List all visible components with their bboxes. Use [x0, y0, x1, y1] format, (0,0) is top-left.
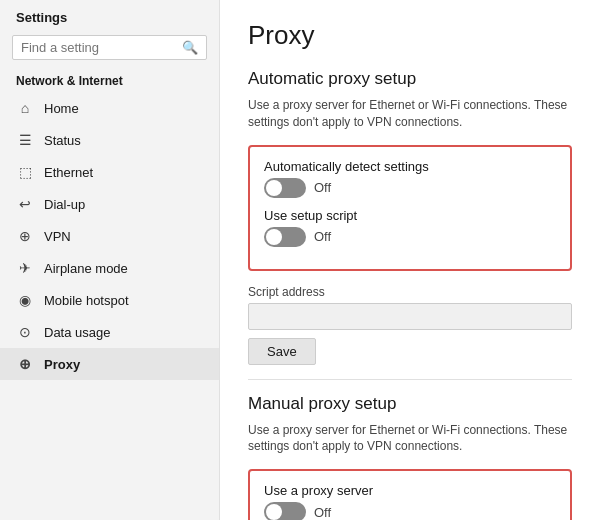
proxy-icon: ⊕ [16, 355, 34, 373]
use-proxy-toggle[interactable] [264, 502, 306, 520]
sidebar-item-dialup[interactable]: ↩ Dial-up [0, 188, 219, 220]
status-icon: ☰ [16, 131, 34, 149]
sidebar-item-hotspot-label: Mobile hotspot [44, 293, 129, 308]
sidebar-item-hotspot[interactable]: ◉ Mobile hotspot [0, 284, 219, 316]
script-address-input[interactable] [248, 303, 572, 330]
setup-script-toggle[interactable] [264, 227, 306, 247]
sidebar-item-vpn[interactable]: ⊕ VPN [0, 220, 219, 252]
sidebar-item-airplane[interactable]: ✈ Airplane mode [0, 252, 219, 284]
setup-script-row: Use setup script Off [264, 208, 556, 247]
search-icon: 🔍 [182, 40, 198, 55]
manual-section-title: Manual proxy setup [248, 394, 572, 414]
sidebar-item-home-label: Home [44, 101, 79, 116]
app-title: Settings [0, 0, 219, 31]
page-title: Proxy [248, 20, 572, 51]
auto-detect-label: Automatically detect settings [264, 159, 556, 174]
sidebar-item-dialup-label: Dial-up [44, 197, 85, 212]
setup-script-knob [266, 229, 282, 245]
vpn-icon: ⊕ [16, 227, 34, 245]
use-proxy-toggle-wrap: Off [264, 502, 556, 520]
sidebar-item-status[interactable]: ☰ Status [0, 124, 219, 156]
script-address-label: Script address [248, 285, 572, 299]
use-proxy-label: Use a proxy server [264, 483, 556, 498]
setup-script-label: Use setup script [264, 208, 556, 223]
save-button[interactable]: Save [248, 338, 316, 365]
datausage-icon: ⊙ [16, 323, 34, 341]
use-proxy-state: Off [314, 505, 331, 520]
search-box[interactable]: 🔍 [12, 35, 207, 60]
automatic-section-title: Automatic proxy setup [248, 69, 572, 89]
use-proxy-row: Use a proxy server Off [264, 483, 556, 520]
sidebar-item-vpn-label: VPN [44, 229, 71, 244]
auto-detect-knob [266, 180, 282, 196]
dialup-icon: ↩ [16, 195, 34, 213]
nav-section-label: Network & Internet [0, 68, 219, 92]
setup-script-state: Off [314, 229, 331, 244]
sidebar-item-proxy[interactable]: ⊕ Proxy [0, 348, 219, 380]
sidebar: Settings 🔍 Network & Internet ⌂ Home ☰ S… [0, 0, 220, 520]
sidebar-item-datausage-label: Data usage [44, 325, 111, 340]
auto-detect-toggle-wrap: Off [264, 178, 556, 198]
main-content: Proxy Automatic proxy setup Use a proxy … [220, 0, 600, 520]
sidebar-item-status-label: Status [44, 133, 81, 148]
sidebar-item-home[interactable]: ⌂ Home [0, 92, 219, 124]
sidebar-item-ethernet[interactable]: ⬚ Ethernet [0, 156, 219, 188]
automatic-section-desc: Use a proxy server for Ethernet or Wi-Fi… [248, 97, 572, 131]
hotspot-icon: ◉ [16, 291, 34, 309]
sidebar-item-ethernet-label: Ethernet [44, 165, 93, 180]
ethernet-icon: ⬚ [16, 163, 34, 181]
manual-settings-box: Use a proxy server Off [248, 469, 572, 520]
search-input[interactable] [21, 40, 178, 55]
automatic-settings-box: Automatically detect settings Off Use se… [248, 145, 572, 271]
section-divider [248, 379, 572, 380]
use-proxy-knob [266, 504, 282, 520]
airplane-icon: ✈ [16, 259, 34, 277]
sidebar-item-airplane-label: Airplane mode [44, 261, 128, 276]
sidebar-item-datausage[interactable]: ⊙ Data usage [0, 316, 219, 348]
setup-script-toggle-wrap: Off [264, 227, 556, 247]
home-icon: ⌂ [16, 99, 34, 117]
auto-detect-state: Off [314, 180, 331, 195]
sidebar-item-proxy-label: Proxy [44, 357, 80, 372]
auto-detect-row: Automatically detect settings Off [264, 159, 556, 198]
manual-section-desc: Use a proxy server for Ethernet or Wi-Fi… [248, 422, 572, 456]
auto-detect-toggle[interactable] [264, 178, 306, 198]
